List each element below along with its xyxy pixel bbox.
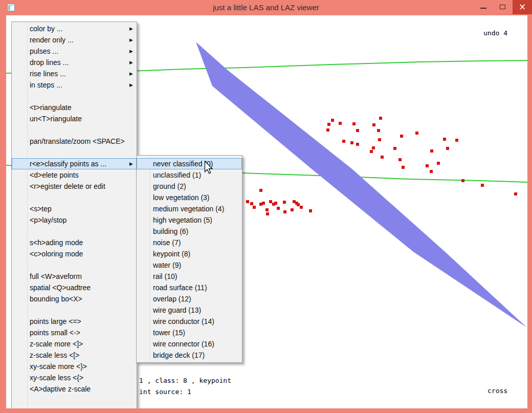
- menu-item-color-by[interactable]: color by ...▶: [12, 23, 137, 34]
- menu-item-wire-connector-16[interactable]: wire connector (16): [137, 338, 242, 350]
- menu-item-z-scale-less[interactable]: z-scale less <[>: [12, 350, 137, 361]
- menu-item-label: bridge deck (17): [153, 351, 205, 359]
- minimize-button[interactable]: [474, 0, 493, 14]
- menu-item-medium-vegetation-4[interactable]: medium vegetation (4): [137, 203, 242, 214]
- menu-item-spatial-q-uadtree[interactable]: spatial <Q>uadtree: [12, 282, 137, 293]
- menu-item-z-scale-more[interactable]: z-scale more <]>: [12, 338, 137, 350]
- menu-item-road-surface-11[interactable]: road surface (11): [137, 282, 242, 293]
- menu-item-label: render only ...: [30, 36, 74, 44]
- menu-item-s-h-ading-mode[interactable]: s<h>ading mode: [12, 237, 137, 248]
- lidar-point: [372, 123, 375, 126]
- status-line-class: 1 , class: 8 , keypoint: [139, 377, 231, 384]
- menu-item-building-6[interactable]: building (6): [137, 226, 242, 237]
- lidar-point: [377, 129, 380, 132]
- context-menu: color by ...▶render only ...▶pulses ...▶…: [11, 21, 137, 413]
- app-icon[interactable]: [7, 4, 15, 11]
- menu-item-wire-guard-13[interactable]: wire guard (13): [137, 305, 242, 316]
- close-icon: ×: [513, 0, 532, 14]
- lidar-point: [326, 128, 329, 132]
- menu-item-label: points large <=>: [30, 317, 81, 325]
- menu-group-gap: [12, 395, 137, 406]
- menu-group-gap: [12, 147, 137, 158]
- menu-item-points-small[interactable]: points small <->: [12, 327, 137, 338]
- menu-item-label: in steps ...: [30, 81, 62, 89]
- menu-item-label: <t>riangulate: [30, 103, 72, 112]
- menu-item-points-large[interactable]: points large <=>: [12, 316, 137, 327]
- menu-item-overlap-12[interactable]: overlap (12): [137, 293, 242, 305]
- menu-item-low-vegetation-3[interactable]: low vegetation (3): [137, 192, 242, 203]
- menu-item-wire-conductor-14[interactable]: wire conductor (14): [137, 316, 242, 327]
- menu-item-label: building (6): [153, 227, 188, 235]
- maximize-button[interactable]: [493, 0, 513, 14]
- menu-group-gap: [12, 91, 137, 102]
- lidar-point: [253, 206, 256, 209]
- menu-item-d-elete-points[interactable]: <d>elete points: [12, 169, 137, 181]
- menu-item-label: points small <->: [30, 329, 80, 337]
- menu-item-label: wire conductor (14): [153, 317, 214, 325]
- lidar-point: [259, 189, 262, 192]
- menu-item-un-t-riangulate[interactable]: un<T>riangulate: [12, 113, 137, 124]
- menu-item-ground-2[interactable]: ground (2): [137, 181, 242, 192]
- menu-item-rise-lines[interactable]: rise lines ...▶: [12, 68, 137, 79]
- menu-item-high-vegetation-5[interactable]: high vegetation (5): [137, 214, 242, 226]
- lidar-point: [430, 149, 433, 153]
- menu-item-never-classified-0[interactable]: never classified (0): [137, 158, 242, 169]
- classify-submenu: never classified (0)unclassified (1)grou…: [136, 155, 242, 363]
- menu-item-label: drop lines ...: [30, 58, 69, 67]
- title-bar: just a little LAS and LAZ viewer ×: [0, 0, 532, 15]
- menu-item-bounding-bo-x[interactable]: bounding bo<X>: [12, 293, 137, 305]
- menu-item-r-egister-delete-or-edit[interactable]: <r>egister delete or edit: [12, 181, 137, 192]
- menu-item-noise-7[interactable]: noise (7): [137, 237, 242, 248]
- menu-item-label: keypoint (8): [153, 250, 190, 258]
- menu-item-label: un<T>riangulate: [30, 115, 82, 123]
- lidar-point: [446, 147, 449, 150]
- menu-item-label: tower (15): [153, 329, 185, 337]
- lidar-point: [461, 179, 464, 182]
- window-border-right: [527, 15, 532, 413]
- menu-item-water-9[interactable]: water (9): [137, 259, 242, 271]
- menu-item-label: s<h>ading mode: [30, 238, 83, 247]
- menu-item-label: color by ...: [30, 25, 63, 33]
- menu-item-xy-scale-more[interactable]: xy-scale more <}>: [12, 361, 137, 372]
- menu-item-label: rail (10): [153, 272, 177, 280]
- minimize-icon: [480, 8, 486, 9]
- menu-item-bridge-deck-17[interactable]: bridge deck (17): [137, 350, 242, 361]
- menu-item-label: medium vegetation (4): [153, 205, 224, 213]
- menu-item-c-oloring-mode[interactable]: <c>oloring mode: [12, 248, 137, 259]
- status-line-point-source: int source: 1: [139, 388, 191, 396]
- menu-item-render-only[interactable]: render only ...▶: [12, 34, 137, 46]
- menu-group-gap: [12, 192, 137, 203]
- menu-group-gap: [12, 226, 137, 237]
- lidar-point: [339, 122, 342, 125]
- menu-item-t-riangulate[interactable]: <t>riangulate: [12, 102, 137, 113]
- close-button[interactable]: ×: [513, 0, 532, 14]
- menu-item-label: wire guard (13): [153, 306, 201, 314]
- submenu-arrow-icon: ▶: [129, 46, 133, 57]
- menu-item-a-daptive-z-scale[interactable]: <A>daptive z-scale: [12, 383, 137, 395]
- menu-item-unclassified-1[interactable]: unclassified (1): [137, 169, 242, 181]
- lidar-point: [266, 212, 269, 215]
- menu-item-keypoint-8[interactable]: keypoint (8): [137, 248, 242, 259]
- lidar-point: [379, 117, 382, 120]
- menu-item-in-steps[interactable]: in steps ...▶: [12, 79, 137, 91]
- menu-item-full-w-aveform[interactable]: full <W>aveform: [12, 271, 137, 282]
- menu-item-tower-15[interactable]: tower (15): [137, 327, 242, 338]
- menu-item-label: road surface (11): [153, 284, 207, 292]
- menu-item-label: <s>tep: [30, 205, 52, 213]
- menu-group-gap: [12, 124, 137, 136]
- menu-item-s-tep[interactable]: <s>tep: [12, 203, 137, 214]
- menu-item-pan-translate-zoom-space[interactable]: pan/translate/zoom <SPACE>: [12, 136, 137, 147]
- submenu-arrow-icon: ▶: [129, 79, 133, 91]
- menu-item-drop-lines[interactable]: drop lines ...▶: [12, 57, 137, 68]
- lidar-point: [352, 122, 356, 125]
- menu-item-label: water (9): [153, 261, 181, 269]
- menu-item-pulses[interactable]: pulses ...▶: [12, 46, 137, 57]
- lidar-point: [262, 202, 265, 205]
- submenu-arrow-icon: ▶: [129, 158, 133, 169]
- menu-item-p-lay-stop[interactable]: <p>lay/stop: [12, 214, 137, 226]
- menu-item-label: high vegetation (5): [153, 216, 212, 224]
- menu-item-r-e-classify-points-as[interactable]: r<e>classify points as ...▶: [12, 158, 137, 169]
- menu-item-rail-10[interactable]: rail (10): [137, 271, 242, 282]
- menu-item-xy-scale-less[interactable]: xy-scale less <{>: [12, 372, 137, 383]
- lidar-point: [269, 200, 272, 203]
